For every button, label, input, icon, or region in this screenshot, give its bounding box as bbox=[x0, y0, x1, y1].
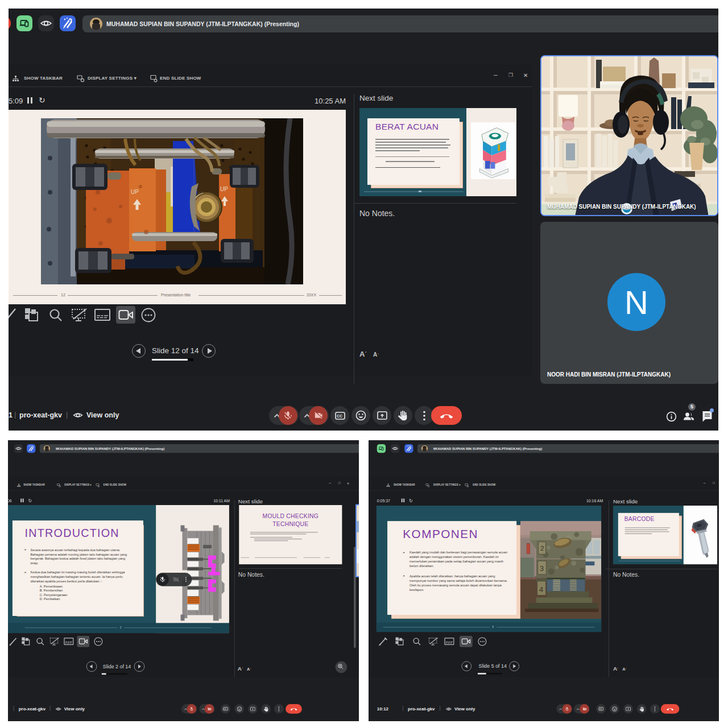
svg-text:CC: CC bbox=[224, 708, 227, 710]
svg-text:3: 3 bbox=[540, 564, 544, 573]
svg-text:CC: CC bbox=[337, 414, 342, 418]
svg-text:4: 4 bbox=[539, 585, 543, 594]
svg-text:UP: UP bbox=[131, 189, 139, 195]
svg-text:2: 2 bbox=[540, 544, 544, 552]
svg-text:UP: UP bbox=[220, 186, 228, 192]
svg-text:CC: CC bbox=[599, 708, 602, 710]
